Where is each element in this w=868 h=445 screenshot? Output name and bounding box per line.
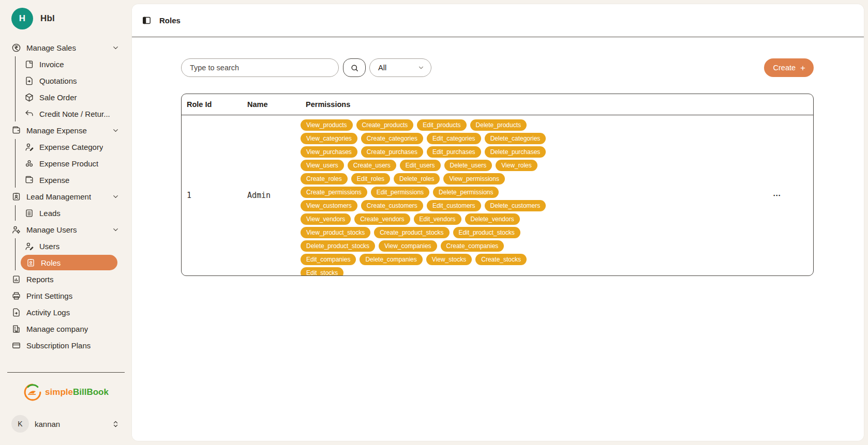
sidebar-item-users[interactable]: Users [16, 238, 125, 254]
sidebar-item-roles[interactable]: Roles [21, 255, 117, 270]
permission-badge: Delete_purchases [485, 146, 546, 158]
permission-badge: View_customers [301, 200, 357, 211]
chevrons-up-down-icon [112, 420, 119, 428]
permission-badge: View_products [301, 119, 353, 131]
sidebar-item-expense[interactable]: Expense [16, 172, 125, 188]
sidebar-item-label: Leads [39, 209, 61, 218]
permission-badge: View_permissions [443, 173, 505, 185]
sidebar-item-credit-note[interactable]: Credit Note / Retur... [16, 106, 125, 121]
package-icon [24, 93, 34, 102]
chevron-down-icon [112, 193, 119, 201]
workspace-name: Hbl [40, 13, 55, 24]
sidebar-item-label: Expense Category [39, 143, 103, 151]
sidebar-item-sale-order[interactable]: Sale Order [16, 89, 125, 105]
user-name: kannan [35, 420, 60, 428]
arrow-return-left-icon [24, 109, 34, 119]
permission-badge: Create_purchases [361, 146, 423, 158]
wallet-icon [11, 126, 21, 135]
sidebar-item-activity-logs[interactable]: Activity Logs [11, 304, 125, 320]
permission-badge: Create_products [356, 119, 414, 131]
chevron-down-icon [112, 44, 119, 52]
sidebar-group-manage-sales[interactable]: Manage Sales [11, 40, 125, 55]
filter-select[interactable]: All [369, 58, 431, 77]
permission-badge: Edit_products [417, 119, 466, 131]
role-id-cell: 1 [182, 115, 242, 275]
sidebar-item-manage-company[interactable]: Manage company [11, 321, 125, 336]
sidebar-item-leads[interactable]: Leads [16, 205, 125, 221]
boxes-icon [24, 159, 34, 168]
permission-badge: View_purchases [301, 146, 357, 158]
sidebar-item-label: Subscription Plans [26, 341, 91, 350]
sidebar-item-label: Expense [39, 176, 69, 185]
permission-badge: Delete_permissions [433, 187, 499, 198]
sidebar-item-subscription-plans[interactable]: Subscription Plans [11, 337, 125, 353]
row-actions-button[interactable]: ⋯ [741, 115, 813, 275]
permission-badge: View_companies [379, 240, 437, 252]
table-header-row: Role Id Name Permissions [182, 94, 813, 115]
permission-badge: Create_stocks [475, 254, 527, 265]
create-button-label: Create [773, 64, 796, 72]
sidebar-item-invoice[interactable]: Invoice [16, 56, 125, 72]
permission-badge: View_stocks [426, 254, 472, 265]
sidebar-toggle-icon[interactable] [142, 16, 152, 25]
sidebar-group-label: Manage Users [26, 225, 77, 234]
permission-badge: Edit_product_stocks [453, 227, 520, 238]
permission-badge: View_product_stocks [301, 227, 370, 238]
toolbar: All Create + [181, 58, 814, 77]
sidebar-item-label: Reports [26, 275, 54, 284]
sidebar-item-label: Print Settings [26, 291, 72, 300]
workspace-avatar: H [11, 8, 33, 29]
column-header-permissions: Permissions [301, 94, 741, 115]
sidebar-group-manage-users[interactable]: Manage Users [11, 222, 125, 237]
column-header-actions [741, 94, 813, 115]
sidebar-footer: simpleBillBook K kannan [0, 372, 132, 445]
sidebar-item-label: Expense Product [39, 159, 98, 168]
id-card-icon [11, 192, 21, 202]
file-lines-icon [24, 208, 34, 218]
rupee-circle-icon [11, 43, 21, 53]
create-button[interactable]: Create + [764, 58, 814, 77]
main-panel: Roles All Create + [132, 4, 864, 441]
sidebar-menu: Manage Sales Invoice Quotations [0, 35, 132, 372]
sidebar-item-print-settings[interactable]: Print Settings [11, 288, 125, 303]
search-icon [350, 64, 359, 72]
sidebar-item-expense-category[interactable]: Expense Category [16, 139, 125, 155]
permission-badge: Edit_companies [301, 254, 356, 265]
page-title: Roles [159, 16, 181, 25]
permission-badge: Delete_customers [485, 200, 546, 211]
roles-table: Role Id Name Permissions 1 Admin View_pr… [181, 94, 814, 276]
workspace-switcher[interactable]: H Hbl [0, 0, 132, 35]
sidebar-item-expense-product[interactable]: Expense Product [16, 156, 125, 171]
permission-badge: Edit_customers [427, 200, 481, 211]
sidebar-group-manage-expense[interactable]: Manage Expense [11, 122, 125, 138]
permission-badge: Edit_purchases [427, 146, 481, 158]
permission-badge: View_categories [301, 133, 357, 144]
printer-icon [11, 291, 21, 301]
permission-badge: View_users [301, 160, 344, 171]
user-pen-icon [24, 241, 34, 251]
column-header-name: Name [242, 94, 301, 115]
table-row: 1 Admin View_productsCreate_productsEdit… [182, 115, 813, 275]
sidebar-group-lead-management[interactable]: Lead Management [11, 189, 125, 204]
permission-badge: Create_roles [301, 173, 348, 185]
permission-badge: Edit_stocks [301, 267, 343, 275]
permission-badge: Delete_roles [394, 173, 440, 185]
sidebar-item-label: Manage company [26, 325, 88, 333]
invoice-icon [24, 59, 34, 69]
permission-badge: Delete_categories [485, 133, 546, 144]
search-button[interactable] [343, 58, 366, 77]
sidebar-item-quotations[interactable]: Quotations [16, 73, 125, 88]
chevron-down-icon [417, 64, 425, 71]
user-menu[interactable]: K kannan [0, 415, 132, 445]
permission-badge: Delete_product_stocks [301, 240, 375, 252]
wallet-icon [24, 175, 34, 185]
page-header: Roles [132, 4, 864, 37]
role-name-cell: Admin [242, 115, 301, 275]
sidebar-group-label: Lead Management [26, 192, 91, 201]
search-input[interactable] [181, 58, 339, 77]
permission-badge: Edit_users [400, 160, 441, 171]
sidebar-item-label: Users [39, 242, 59, 251]
permission-badge: Delete_users [444, 160, 492, 171]
sidebar-item-reports[interactable]: Reports [11, 271, 125, 287]
chevron-down-icon [112, 127, 119, 134]
